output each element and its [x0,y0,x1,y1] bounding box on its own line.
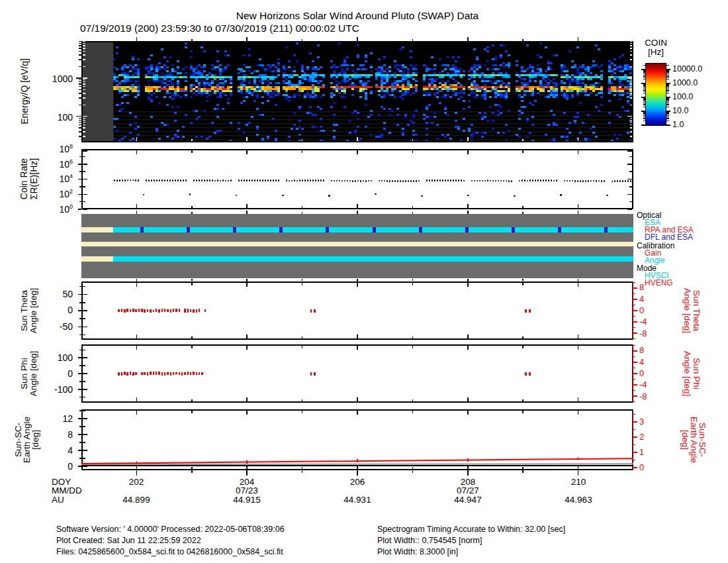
axis-tick [666,111,670,112]
y-tick-label-right: -8 [639,329,647,338]
y-tick-label-right: 0 [639,462,644,472]
axis-tick [302,279,303,281]
axis-tick [666,89,669,89]
axis-tick [666,83,669,84]
axis-tick [633,293,635,295]
axis-tick [633,390,635,391]
y-tick-label: 4 [41,445,73,456]
axis-tick [136,211,138,214]
axis-tick [666,118,669,119]
colorbar-tick-label: 10.0 [672,106,688,115]
au-tick-label: 44.899 [116,495,156,505]
legend-item-dfl-esa: DFL and ESA [645,233,693,241]
axis-tick [633,362,637,363]
axis-tick [76,77,81,79]
y-tick-label: 106 [41,158,73,170]
y-tick-label: 104 [41,173,73,184]
plot-subtitle: 07/19/2019 (200) 23:59:30 to 07/30/2019 … [80,23,359,34]
y-tick-label: 100 [41,203,73,215]
axis-tick [191,279,193,281]
y-tick-label-right: 0 [639,368,644,378]
axis-tick [633,384,637,385]
axis-tick [578,211,579,214]
axis-tick [666,115,669,116]
axis-tick [467,211,469,214]
y-tick-label: 0 [41,461,73,472]
axis-tick [666,97,670,98]
au-tick-label: 44.947 [448,495,488,505]
axis-tick [666,100,669,101]
xaxis-row-label-mmdd: MM/DD [52,486,82,495]
axis-tick [666,70,669,71]
y-tick-label-right: 0 [639,305,644,315]
colorbar-tick-label: 10000.0 [672,64,702,74]
axis-tick [666,83,670,84]
axis-tick [633,327,635,329]
y-tick-label-right: 2 [639,432,644,442]
y-tick-label: 0 [41,305,73,315]
axis-tick [412,279,414,281]
footer-files: Files: 0425865600_0x584_sci.fit to 04268… [56,547,283,556]
axis-tick [633,460,635,461]
axis-tick [633,436,637,438]
axis-tick [136,470,138,476]
axis-tick [633,305,635,306]
spectrogram-image [83,42,632,141]
axis-tick [666,125,670,126]
footer-software-version: Software Version: ' 4.00000' Processed: … [56,525,285,534]
axis-tick [666,114,669,115]
axis-tick [633,373,637,374]
axis-tick [633,338,635,340]
plot-title: New Horizons Solar Wind Around Pluto (SW… [81,10,633,22]
axis-tick [633,452,637,453]
axis-tick [633,350,637,352]
doy-tick-label: 202 [116,477,156,487]
axis-tick [666,104,669,105]
axis-tick [522,470,523,473]
sun-theta-panel [81,282,633,340]
y-tick-label-right: 4 [639,294,644,304]
axis-tick [666,69,670,70]
axis-tick [666,72,669,72]
axis-tick [467,470,469,476]
axis-tick [246,211,248,214]
status-bars-panel [81,214,633,278]
au-tick-label: 44.915 [227,495,267,505]
axis-tick [666,90,669,91]
axis-tick [578,470,579,476]
axis-tick [633,282,635,283]
axis-tick [666,112,669,113]
axis-tick [633,429,635,431]
y-tick-label-right: 8 [639,345,644,355]
axis-tick [633,333,637,334]
axis-tick [76,116,81,117]
axis-tick [666,65,669,66]
axis-tick [633,467,637,468]
axis-tick [666,107,669,107]
axis-tick [666,79,669,79]
axis-tick [412,470,414,473]
axis-tick [191,470,193,473]
axis-tick [633,368,635,369]
axis-tick [633,444,635,446]
coin-rate-panel [81,149,633,209]
spectrogram-panel [81,41,633,142]
y-tick-label-right: 1 [639,447,644,457]
y-tick-label-right: -4 [639,317,647,327]
axis-tick [666,84,669,85]
axis-tick [633,395,637,397]
axis-tick [633,299,637,300]
y-tick-label-right: 3 [639,417,644,427]
y-tick-label: 108 [41,143,73,154]
axis-tick [522,279,523,281]
y-tick-label-right: -8 [639,391,647,401]
axis-tick [666,75,669,76]
au-tick-label: 44.963 [559,495,598,505]
axis-tick [666,74,669,74]
y-tick-label: 1000 [41,74,73,84]
axis-tick [666,113,669,114]
axis-tick [666,97,669,98]
axis-tick [633,401,635,403]
colorbar-tick-label: 1000.0 [672,78,698,87]
mmdd-tick-label: 07/27 [448,486,488,495]
